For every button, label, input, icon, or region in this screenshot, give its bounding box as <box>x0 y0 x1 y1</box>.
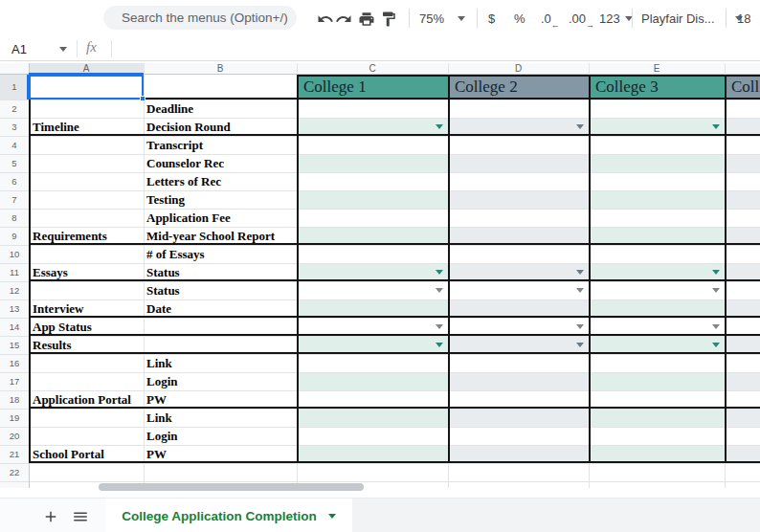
cell-A10[interactable] <box>29 245 144 263</box>
formula-input[interactable] <box>119 36 750 60</box>
cell-E17[interactable] <box>589 372 725 390</box>
cell-B1[interactable] <box>144 75 297 100</box>
cell-F19[interactable] <box>725 409 760 427</box>
redo-button[interactable] <box>333 9 354 30</box>
cell-F7[interactable] <box>725 190 760 209</box>
cell-E7[interactable] <box>589 190 725 209</box>
row-header-3[interactable]: 3 <box>0 118 29 136</box>
cell-C4[interactable] <box>297 136 448 154</box>
row-header-5[interactable]: 5 <box>0 154 29 172</box>
row-header-15[interactable]: 15 <box>0 336 29 354</box>
row-header-17[interactable]: 17 <box>0 372 29 390</box>
cell-E2[interactable] <box>589 100 725 118</box>
cell-F10[interactable] <box>725 245 760 263</box>
dropdown-caret-icon[interactable] <box>576 343 584 347</box>
cell-F17[interactable] <box>725 372 760 390</box>
cell-D1-college-header[interactable]: College 2 <box>448 75 589 100</box>
cell-C5[interactable] <box>297 154 448 172</box>
cell-E1-college-header[interactable]: College 3 <box>589 75 725 100</box>
format-currency-button[interactable]: $ <box>488 0 495 36</box>
row-header-1[interactable]: 1 <box>0 75 29 100</box>
cell-F4[interactable] <box>725 136 760 154</box>
cell-D7[interactable] <box>448 190 589 209</box>
cell-E10[interactable] <box>589 245 725 263</box>
cell-D12[interactable] <box>448 281 589 299</box>
format-percent-button[interactable]: % <box>514 0 525 36</box>
cell-B5[interactable]: Counselor Rec <box>144 154 297 172</box>
dropdown-caret-icon[interactable] <box>576 124 584 129</box>
cell-C8[interactable] <box>297 209 448 227</box>
cell-C7[interactable] <box>297 190 448 209</box>
cell-A16[interactable] <box>29 354 144 372</box>
cell-D19[interactable] <box>448 409 589 427</box>
cell-E6[interactable] <box>589 172 725 190</box>
cell-B6[interactable]: Letters of Rec <box>144 172 297 190</box>
dropdown-caret-icon[interactable] <box>436 288 443 293</box>
cell-F23[interactable] <box>725 481 760 488</box>
cell-A2[interactable] <box>29 100 144 118</box>
cell-E12[interactable] <box>589 281 725 299</box>
dropdown-caret-icon[interactable] <box>712 124 720 129</box>
row-header-19[interactable]: 19 <box>0 409 29 427</box>
dropdown-caret-icon[interactable] <box>436 324 443 329</box>
selection-fill-handle[interactable] <box>140 96 145 101</box>
increase-decimal-button[interactable]: .00→ <box>569 0 586 36</box>
paint-format-button[interactable] <box>378 9 399 30</box>
cell-E22[interactable] <box>589 463 725 481</box>
cell-A7[interactable] <box>29 190 144 209</box>
cell-B17[interactable]: Login <box>144 372 297 390</box>
cell-B19[interactable]: Link <box>144 409 297 427</box>
cell-D2[interactable] <box>448 100 589 118</box>
more-formats-button[interactable]: 123 <box>599 0 633 36</box>
row-header-7[interactable]: 7 <box>0 190 29 209</box>
row-header-8[interactable]: 8 <box>0 209 29 227</box>
cell-C20[interactable] <box>297 427 448 445</box>
font-size-input[interactable]: 18 <box>737 0 750 36</box>
cell-C16[interactable] <box>297 354 448 372</box>
cell-B10[interactable]: # of Essays <box>144 245 297 263</box>
cell-D22[interactable] <box>448 463 589 481</box>
cell-E19[interactable] <box>589 409 725 427</box>
dropdown-caret-icon[interactable] <box>712 324 720 329</box>
row-header-6[interactable]: 6 <box>0 172 29 190</box>
cell-A19[interactable] <box>29 409 144 427</box>
cell-F6[interactable] <box>725 172 760 190</box>
cell-D5[interactable] <box>448 154 589 172</box>
dropdown-caret-icon[interactable] <box>712 270 720 275</box>
cell-B22[interactable] <box>144 463 297 481</box>
row-header-13[interactable]: 13 <box>0 299 29 318</box>
row-header-21[interactable]: 21 <box>0 445 29 463</box>
dropdown-caret-icon[interactable] <box>712 288 720 293</box>
cell-C6[interactable] <box>297 172 448 190</box>
cell-E20[interactable] <box>589 427 725 445</box>
menu-search-input[interactable]: Search the menus (Option+/) <box>103 6 297 30</box>
dropdown-caret-icon[interactable] <box>436 343 443 347</box>
cell-A17[interactable] <box>29 372 144 390</box>
cell-A8[interactable] <box>29 209 144 227</box>
cell-F8[interactable] <box>725 209 760 227</box>
dropdown-caret-icon[interactable] <box>712 343 720 347</box>
cell-B16[interactable]: Link <box>144 354 297 372</box>
cell-D10[interactable] <box>448 245 589 263</box>
cell-F1-college-header[interactable]: Coll <box>725 75 760 100</box>
cell-F20[interactable] <box>725 427 760 445</box>
cell-E23[interactable] <box>589 481 725 488</box>
cell-F12[interactable] <box>725 281 760 299</box>
row-header-18[interactable]: 18 <box>0 390 29 409</box>
cell-F5[interactable] <box>725 154 760 172</box>
cell-C19[interactable] <box>297 409 448 427</box>
row-header-22[interactable]: 22 <box>0 463 29 481</box>
cell-B2[interactable]: Deadline <box>144 100 297 118</box>
cell-B12[interactable]: Status <box>144 281 297 299</box>
cell-C22[interactable] <box>297 463 448 481</box>
cell-C17[interactable] <box>297 372 448 390</box>
zoom-select[interactable]: 75% <box>419 0 465 36</box>
cell-C10[interactable] <box>297 245 448 263</box>
row-header-14[interactable]: 14 <box>0 318 29 336</box>
cell-C2[interactable] <box>297 100 448 118</box>
row-header-2[interactable]: 2 <box>0 100 29 118</box>
row-header-20[interactable]: 20 <box>0 427 29 445</box>
print-button[interactable] <box>356 9 377 30</box>
horizontal-scrollbar-thumb[interactable] <box>99 483 364 491</box>
sheet-tab-active[interactable]: College Application Completion <box>105 499 352 532</box>
